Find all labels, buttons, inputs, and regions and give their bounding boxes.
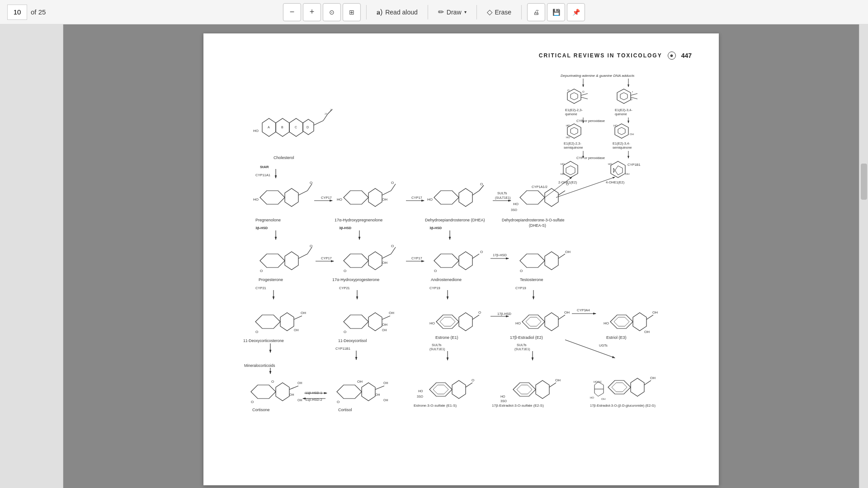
svg-text:HO: HO bbox=[515, 321, 521, 325]
testosterone-molecule: OH O bbox=[520, 250, 571, 273]
svg-marker-108 bbox=[459, 252, 472, 270]
svg-line-109 bbox=[472, 254, 479, 258]
e2g-label: 17β-Estradiol-3-O-(β-D-glucuronide) (E2-… bbox=[590, 404, 656, 408]
save-button[interactable]: 💾 bbox=[547, 3, 565, 21]
svg-text:O: O bbox=[337, 400, 340, 404]
androstenedione-label: Androstenedione bbox=[431, 277, 462, 282]
cholesterol-label: Cholesterol bbox=[274, 155, 294, 160]
svg-line-68 bbox=[382, 191, 391, 195]
svg-text:HO: HO bbox=[604, 321, 609, 325]
toolbar-center-controls: − + ⊙ ⊞ 𝐚) Read aloud ✏ Draw ▾ ◇ Erase 🖨… bbox=[283, 3, 585, 21]
read-aloud-button[interactable]: 𝐚) Read aloud bbox=[372, 5, 422, 19]
read-aloud-icon: 𝐚) bbox=[377, 8, 382, 16]
cholesterol-molecule: A B C D H bbox=[253, 108, 333, 136]
svg-marker-193 bbox=[612, 383, 627, 392]
svg-text:O: O bbox=[480, 182, 483, 186]
svg-text:HO: HO bbox=[613, 124, 618, 127]
pdf-viewer[interactable]: CRITICAL REVIEWS IN TOXICOLOGY ⊕ 447 Dep… bbox=[63, 24, 859, 488]
svg-text:OH: OH bbox=[555, 378, 561, 382]
17bhsd-andro-label: 17β-HSD bbox=[493, 253, 507, 257]
dhea-molecule: O HO bbox=[427, 182, 484, 206]
svg-text:OH: OH bbox=[382, 328, 387, 332]
4-ohe1-label: 4-OHE1(E2) bbox=[606, 180, 625, 184]
draw-button[interactable]: ✏ Draw ▾ bbox=[434, 5, 471, 19]
svg-text:OH: OH bbox=[382, 323, 387, 327]
svg-line-51 bbox=[314, 121, 323, 125]
svg-line-93 bbox=[307, 247, 312, 254]
svg-line-146 bbox=[558, 315, 565, 319]
cyp19-andro-label: CYP19 bbox=[429, 286, 440, 290]
e1e2-34-quinone-label: E1(E2)-3,4- bbox=[615, 108, 632, 112]
cyp-peroxidase-lower-label: CYP or peroxidase bbox=[576, 156, 605, 160]
cyp21-17ahp-label: CYP21 bbox=[339, 286, 350, 290]
ugts-label: UGTs bbox=[599, 343, 608, 347]
svg-text:D: D bbox=[307, 126, 309, 129]
journal-title: CRITICAL REVIEWS IN TOXICOLOGY bbox=[539, 52, 662, 59]
scrollbar-thumb[interactable] bbox=[861, 164, 867, 200]
find-button[interactable]: ⊙ bbox=[323, 3, 341, 21]
sults-dhea-label: SULTs bbox=[497, 191, 507, 195]
svg-marker-25 bbox=[618, 127, 625, 135]
erase-button[interactable]: ◇ Erase bbox=[482, 5, 516, 19]
cortisone-molecule: OH OH OH O O bbox=[251, 380, 302, 404]
svg-text:OH: OH bbox=[644, 330, 650, 334]
e1-e2-34-semiquinone: HO OH bbox=[613, 124, 634, 138]
svg-text:HO: HO bbox=[418, 389, 423, 393]
cyp11b1-label: CYP11B1 bbox=[335, 347, 350, 351]
svg-marker-186 bbox=[517, 385, 532, 394]
left-thumbnail-panel bbox=[0, 24, 63, 488]
page-view-button[interactable]: ⊞ bbox=[343, 3, 361, 21]
svg-text:O: O bbox=[582, 90, 585, 93]
cyp3a4-label: CYP3A4 bbox=[577, 308, 590, 312]
svg-text:O: O bbox=[480, 250, 483, 254]
pathway-diagram: Depurinating adenine & guanine DNA adduc… bbox=[231, 69, 692, 414]
svg-marker-127 bbox=[344, 315, 368, 328]
svg-line-11 bbox=[631, 94, 637, 95]
svg-text:OH: OH bbox=[652, 310, 658, 314]
17ah-progesterone-molecule: O OH O bbox=[344, 244, 396, 273]
page-count-label: of 25 bbox=[31, 8, 46, 16]
svg-line-155 bbox=[646, 315, 653, 319]
svg-marker-171 bbox=[362, 383, 375, 401]
svg-text:•: • bbox=[567, 124, 568, 127]
svg-text:27: 27 bbox=[330, 108, 333, 111]
cyp19-test-label: CYP19 bbox=[515, 286, 526, 290]
svg-text:HO: HO bbox=[513, 202, 519, 206]
svg-text:3SO: 3SO bbox=[417, 395, 424, 398]
svg-marker-154 bbox=[633, 313, 646, 331]
page-document: CRITICAL REVIEWS IN TOXICOLOGY ⊕ 447 Dep… bbox=[203, 33, 719, 485]
svg-marker-136 bbox=[440, 317, 455, 326]
print-button[interactable]: 🖨 bbox=[527, 3, 545, 21]
svg-text:O: O bbox=[271, 380, 274, 384]
3bhsd-dhea-label: 3β-HSD bbox=[429, 226, 442, 230]
svg-text:HO: HO bbox=[253, 197, 259, 202]
zoom-out-button[interactable]: − bbox=[283, 3, 301, 21]
scrollbar-panel[interactable] bbox=[859, 24, 868, 488]
svg-text:O: O bbox=[310, 244, 312, 248]
svg-line-69 bbox=[391, 184, 396, 191]
page-number-input[interactable]: 10 bbox=[7, 5, 27, 20]
svg-marker-161 bbox=[276, 383, 289, 401]
main-content: CRITICAL REVIEWS IN TOXICOLOGY ⊕ 447 Dep… bbox=[0, 24, 868, 488]
svg-line-100 bbox=[382, 254, 391, 258]
svg-text:OH: OH bbox=[625, 173, 629, 175]
zoom-in-button[interactable]: + bbox=[303, 3, 321, 21]
cortisol-label: Cortisol bbox=[338, 408, 352, 412]
svg-marker-19 bbox=[571, 127, 578, 135]
svg-text:O: O bbox=[520, 269, 523, 273]
svg-line-138 bbox=[472, 315, 479, 319]
e2s-molecule: OH HO 3SO bbox=[500, 378, 561, 403]
page-number-display: 447 bbox=[681, 52, 692, 59]
cyp21-prog-label: CYP21 bbox=[255, 286, 266, 290]
pin-button[interactable]: 📌 bbox=[567, 3, 585, 21]
svg-text:3SO: 3SO bbox=[511, 208, 518, 211]
svg-text:O: O bbox=[260, 269, 263, 273]
svg-marker-59 bbox=[285, 188, 298, 206]
svg-marker-3 bbox=[571, 93, 578, 100]
cyp1b1-label: CYP1B1 bbox=[627, 163, 641, 167]
svg-marker-98 bbox=[344, 254, 368, 267]
svg-marker-9 bbox=[617, 89, 631, 103]
cyp17-prog-label: CYP17 bbox=[321, 256, 332, 260]
svg-text:O: O bbox=[472, 378, 474, 382]
svg-marker-67 bbox=[368, 188, 382, 206]
